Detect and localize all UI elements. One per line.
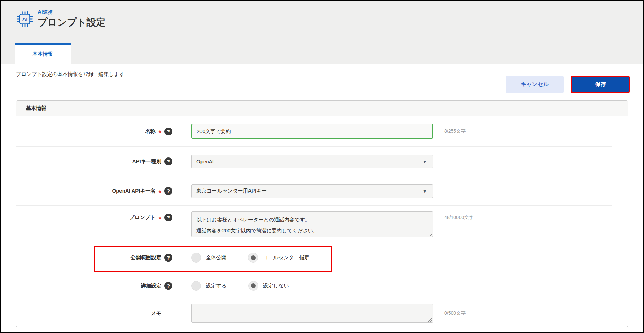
ai-chip-icon: AI: [16, 10, 34, 28]
name-label: 名称: [145, 128, 156, 135]
radio-callcenter-specified[interactable]: コールセンター指定: [248, 253, 309, 263]
api-key-name-value: 東京コールセンター用APIキー: [196, 188, 267, 194]
title-block: AI AI連携 プロンプト設定: [16, 9, 106, 29]
name-char-counter: 8/255文字: [444, 128, 466, 134]
field-row-visibility: 公開範囲設定 ? 全体公開 コールセンター指定: [16, 243, 628, 272]
help-icon[interactable]: ?: [164, 282, 172, 290]
page-title: プロンプト設定: [38, 16, 106, 29]
page-description: プロンプト設定の基本情報を登録・編集します: [16, 71, 125, 78]
field-row-memo: メモ 0/500文字: [16, 299, 628, 327]
api-key-type-select[interactable]: OpenAI ▼: [191, 155, 433, 168]
field-row-name: 名称 * ? 8/255文字: [16, 116, 628, 147]
help-icon[interactable]: ?: [164, 214, 172, 221]
subheader: プロンプト設定の基本情報を登録・編集します キャンセル 保存: [1, 64, 643, 100]
resize-grip-icon[interactable]: [428, 318, 432, 322]
cancel-button[interactable]: キャンセル: [506, 76, 564, 93]
radio-configure-yes[interactable]: 設定する: [191, 281, 227, 291]
basic-info-card: 基本情報 名称 * ? 8/255文字 APIキー種別 ? OpenAI ▼: [16, 100, 628, 327]
chevron-down-icon: ▼: [422, 159, 427, 164]
save-button[interactable]: 保存: [571, 76, 630, 93]
radio-public-all[interactable]: 全体公開: [191, 253, 226, 263]
help-icon[interactable]: ?: [164, 254, 172, 262]
radio-configure-yes-label: 設定する: [206, 283, 227, 289]
tab-bar: 基本情報: [15, 43, 71, 64]
memo-label: メモ: [151, 310, 161, 317]
help-icon[interactable]: ?: [164, 128, 172, 135]
required-asterisk: *: [159, 217, 161, 221]
radio-circle-icon: [191, 253, 201, 263]
required-asterisk: *: [159, 191, 161, 194]
name-input[interactable]: [191, 124, 433, 139]
radio-public-all-label: 全体公開: [206, 254, 226, 261]
visibility-label: 公開範囲設定: [131, 254, 161, 261]
chevron-down-icon: ▼: [422, 188, 427, 194]
radio-circle-icon: [248, 281, 258, 291]
api-key-type-value: OpenAI: [196, 159, 214, 164]
advanced-radio-group: 設定する 設定しない: [191, 281, 433, 291]
api-key-type-label: APIキー種別: [132, 158, 161, 165]
svg-text:AI: AI: [22, 16, 27, 22]
tab-basic-info-label: 基本情報: [33, 51, 53, 57]
resize-grip-icon[interactable]: [428, 232, 432, 236]
prompt-char-counter: 48/10000文字: [444, 211, 473, 221]
api-key-name-select[interactable]: 東京コールセンター用APIキー ▼: [191, 184, 433, 198]
field-row-advanced: 詳細設定 ? 設定する 設定しない: [16, 272, 628, 299]
page-header: AI AI連携 プロンプト設定 基本情報: [1, 1, 643, 64]
prompt-textarea[interactable]: 以下はお客様とオペレーターとの通話内容です。 通話内容を200文字以内で簡潔に要…: [191, 211, 433, 237]
help-icon[interactable]: ?: [164, 187, 172, 195]
action-buttons: キャンセル 保存: [506, 76, 630, 93]
radio-configure-no-label: 設定しない: [263, 283, 289, 289]
api-key-name-label: OpenAI APIキー名: [112, 188, 156, 194]
radio-callcenter-specified-label: コールセンター指定: [263, 254, 309, 261]
advanced-label: 詳細設定: [141, 283, 161, 289]
memo-char-counter: 0/500文字: [444, 310, 466, 316]
field-row-api-key-type: APIキー種別 ? OpenAI ▼: [16, 147, 628, 176]
radio-circle-icon: [248, 253, 258, 263]
category-label: AI連携: [38, 9, 106, 15]
visibility-radio-group: 全体公開 コールセンター指定: [191, 253, 433, 263]
help-icon[interactable]: ?: [164, 157, 172, 165]
radio-circle-icon: [191, 281, 201, 291]
card-title: 基本情報: [16, 101, 628, 116]
prompt-label: プロンプト: [129, 214, 156, 221]
memo-textarea[interactable]: [191, 304, 433, 323]
field-row-api-key-name: OpenAI APIキー名 * ? 東京コールセンター用APIキー ▼: [16, 176, 628, 206]
prompt-settings-screen: AI AI連携 プロンプト設定 基本情報 プロンプト設定の基本情報を登録・編集し…: [0, 0, 644, 333]
field-row-prompt: プロンプト * ? 以下はお客様とオペレーターとの通話内容です。 通話内容を20…: [16, 206, 628, 243]
tab-basic-info[interactable]: 基本情報: [15, 43, 71, 64]
radio-configure-no[interactable]: 設定しない: [248, 281, 289, 291]
required-asterisk: *: [159, 131, 161, 134]
